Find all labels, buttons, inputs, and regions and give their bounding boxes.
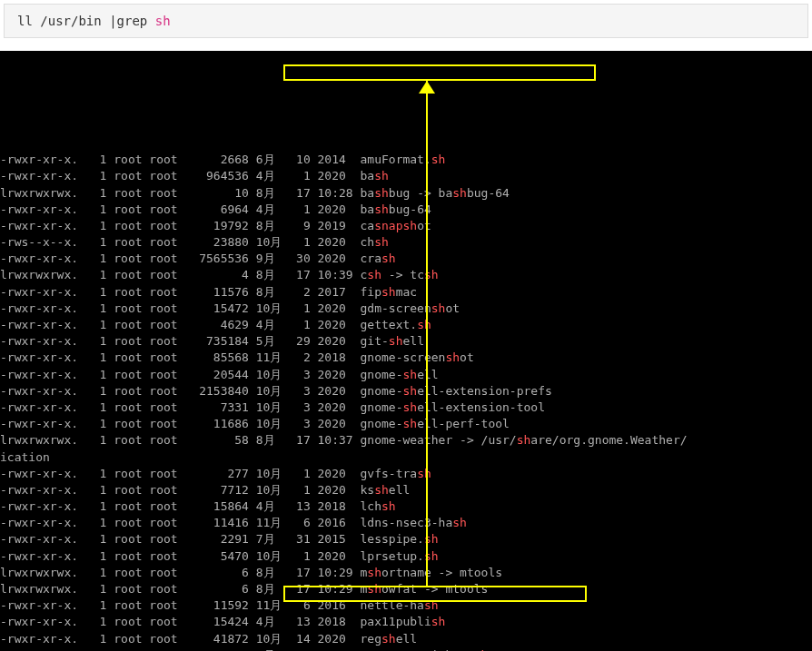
terminal-row: -rwxr-xr-x. 1 root root 2291 7月 31 2015 …	[0, 531, 812, 547]
terminal-row: -rwxr-xr-x. 1 root root 34620 4月 1 2020 …	[0, 647, 812, 651]
terminal-row: -rwxr-xr-x. 1 root root 277 10月 1 2020 g…	[0, 466, 812, 482]
terminal-row: lrwxrwxrwx. 1 root root 4 8月 17 10:39 cs…	[0, 267, 812, 283]
terminal-row: lrwxrwxrwx. 1 root root 6 8月 17 10:29 ms…	[0, 565, 812, 581]
terminal-row: -rwxr-xr-x. 1 root root 6964 4月 1 2020 b…	[0, 202, 812, 218]
terminal-row: -rwxr-xr-x. 1 root root 41872 10月 14 202…	[0, 631, 812, 647]
terminal-output: CSDN @陶然同学 -rwxr-xr-x. 1 root root 2668 …	[0, 51, 812, 651]
terminal-row: -rwxr-xr-x. 1 root root 2153840 10月 3 20…	[0, 383, 812, 399]
command-input-box: ll /usr/bin |grep sh	[4, 4, 808, 38]
terminal-row: -rwxr-xr-x. 1 root root 85568 11月 2 2018…	[0, 350, 812, 366]
terminal-row: lrwxrwxrwx. 1 root root 58 8月 17 10:37 g…	[0, 432, 812, 449]
terminal-row: -rwxr-xr-x. 1 root root 735184 5月 29 202…	[0, 333, 812, 350]
terminal-row: -rwxr-xr-x. 1 root root 11416 11月 6 2016…	[0, 515, 812, 531]
terminal-row: -rwxr-xr-x. 1 root root 2668 6月 10 2014 …	[0, 152, 812, 168]
terminal-row: -rwxr-xr-x. 1 root root 20544 10月 3 2020…	[0, 367, 812, 383]
terminal-row: -rwxr-xr-x. 1 root root 15864 4月 13 2018…	[0, 498, 812, 515]
terminal-row: lrwxrwxrwx. 1 root root 10 8月 17 10:28 b…	[0, 185, 812, 202]
terminal-row: -rwxr-xr-x. 1 root root 15424 4月 13 2018…	[0, 614, 812, 630]
terminal-row: -rwxr-xr-x. 1 root root 4629 4月 1 2020 g…	[0, 317, 812, 333]
terminal-row: -rwxr-xr-x. 1 root root 7712 10月 1 2020 …	[0, 482, 812, 498]
terminal-row: -rwxr-xr-x. 1 root root 5470 10月 1 2020 …	[0, 548, 812, 565]
highlight-box-top	[283, 64, 596, 81]
arrow-line	[426, 81, 428, 586]
arrow-head-icon	[419, 81, 435, 94]
highlight-box-bottom	[283, 586, 587, 602]
terminal-row: -rwxr-xr-x. 1 root root 964536 4月 1 2020…	[0, 168, 812, 184]
terminal-row: -rwxr-xr-x. 1 root root 11686 10月 3 2020…	[0, 416, 812, 432]
terminal-row: -rwxr-xr-x. 1 root root 19792 8月 9 2019 …	[0, 218, 812, 234]
terminal-row: -rwxr-xr-x. 1 root root 15472 10月 1 2020…	[0, 301, 812, 317]
command-text: ll /usr/bin |grep sh	[17, 14, 171, 28]
terminal-row: -rwxr-xr-x. 1 root root 7331 10月 3 2020 …	[0, 399, 812, 416]
terminal-row: -rws--x--x. 1 root root 23880 10月 1 2020…	[0, 234, 812, 251]
terminal-row: ication	[0, 449, 812, 466]
terminal-row: -rwxr-xr-x. 1 root root 7565536 9月 30 20…	[0, 251, 812, 267]
terminal-row: -rwxr-xr-x. 1 root root 11576 8月 2 2017 …	[0, 284, 812, 301]
